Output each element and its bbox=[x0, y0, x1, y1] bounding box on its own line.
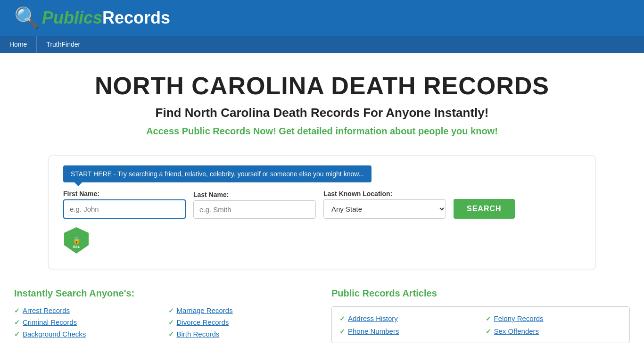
location-group: Last Known Location: Any State Alabama A… bbox=[323, 190, 446, 219]
first-name-label: First Name: bbox=[63, 190, 186, 197]
last-name-label: Last Name: bbox=[193, 191, 316, 198]
flag-magnifier-icon: 🔍 bbox=[14, 6, 40, 30]
checkmark-icon: ✓ bbox=[168, 330, 174, 338]
nav: Home TruthFinder bbox=[0, 36, 644, 53]
search-box: START HERE - Try searching a friend, rel… bbox=[49, 156, 595, 269]
checkmark-icon: ✓ bbox=[14, 319, 20, 326]
articles-grid: ✓ Address History ✓ Felony Records ✓ Pho… bbox=[339, 314, 622, 335]
page-tagline: Access Public Records Now! Get detailed … bbox=[9, 126, 635, 137]
divorce-records-link[interactable]: Divorce Records bbox=[177, 318, 229, 326]
checkmark-icon: ✓ bbox=[339, 315, 345, 322]
logo-publics: Publics bbox=[42, 8, 102, 27]
list-item: ✓ Marriage Records bbox=[168, 306, 313, 314]
nav-truthfinder[interactable]: TruthFinder bbox=[37, 36, 90, 53]
list-item: ✓ Criminal Records bbox=[14, 318, 159, 326]
sex-offenders-link[interactable]: Sex Offenders bbox=[494, 327, 539, 335]
nav-home[interactable]: Home bbox=[0, 36, 36, 53]
page-subtitle: Find North Carolina Death Records For An… bbox=[9, 106, 635, 120]
articles-box: ✓ Address History ✓ Felony Records ✓ Pho… bbox=[331, 306, 630, 343]
checkmark-icon: ✓ bbox=[168, 319, 174, 326]
articles-section: Public Records Articles ✓ Address Histor… bbox=[331, 288, 630, 343]
logo-records: Records bbox=[102, 8, 170, 27]
list-item: ✓ Address History bbox=[339, 314, 476, 322]
checkmark-icon: ✓ bbox=[168, 307, 174, 314]
logo-text: PublicsRecords bbox=[42, 8, 170, 28]
first-name-input[interactable] bbox=[63, 199, 186, 219]
instantly-search-links: ✓ Arrest Records ✓ Marriage Records ✓ Cr… bbox=[14, 306, 313, 338]
search-button[interactable]: SEARCH bbox=[454, 199, 515, 219]
svg-text:🔒: 🔒 bbox=[73, 236, 81, 244]
last-name-group: Last Name: bbox=[193, 191, 316, 219]
hero-section: NORTH CAROLINA DEATH RECORDS Find North … bbox=[0, 53, 644, 156]
search-fields: First Name: Last Name: Last Known Locati… bbox=[63, 190, 581, 219]
marriage-records-link[interactable]: Marriage Records bbox=[177, 306, 233, 314]
search-tooltip: START HERE - Try searching a friend, rel… bbox=[63, 165, 372, 182]
birth-records-link[interactable]: Birth Records bbox=[177, 330, 220, 338]
list-item: ✓ Background Checks bbox=[14, 330, 159, 338]
felony-records-link[interactable]: Felony Records bbox=[494, 314, 544, 322]
list-item: ✓ Phone Numbers bbox=[339, 327, 476, 335]
list-item: ✓ Sex Offenders bbox=[486, 327, 622, 335]
articles-title: Public Records Articles bbox=[331, 288, 630, 299]
svg-text:SSL: SSL bbox=[73, 245, 80, 249]
list-item: ✓ Felony Records bbox=[486, 314, 622, 322]
ssl-shield-icon: 🔒 SSL bbox=[63, 226, 90, 255]
background-checks-link[interactable]: Background Checks bbox=[23, 330, 86, 338]
page-title: NORTH CAROLINA DEATH RECORDS bbox=[9, 72, 635, 100]
list-item: ✓ Divorce Records bbox=[168, 318, 313, 326]
checkmark-icon: ✓ bbox=[14, 307, 20, 314]
address-history-link[interactable]: Address History bbox=[348, 314, 398, 322]
instantly-search-section: Instantly Search Anyone's: ✓ Arrest Reco… bbox=[14, 288, 313, 343]
list-item: ✓ Birth Records bbox=[168, 330, 313, 338]
checkmark-icon: ✓ bbox=[14, 330, 20, 338]
criminal-records-link[interactable]: Criminal Records bbox=[23, 318, 77, 326]
phone-numbers-link[interactable]: Phone Numbers bbox=[348, 327, 399, 335]
location-label: Last Known Location: bbox=[323, 190, 446, 197]
checkmark-icon: ✓ bbox=[486, 315, 491, 322]
ssl-badge: 🔒 SSL bbox=[63, 226, 581, 255]
instantly-search-title: Instantly Search Anyone's: bbox=[14, 288, 313, 299]
bottom-section: Instantly Search Anyone's: ✓ Arrest Reco… bbox=[0, 283, 644, 348]
first-name-group: First Name: bbox=[63, 190, 186, 219]
checkmark-icon: ✓ bbox=[486, 328, 491, 335]
list-item: ✓ Arrest Records bbox=[14, 306, 159, 314]
last-name-input[interactable] bbox=[193, 200, 316, 219]
state-select[interactable]: Any State Alabama Alaska Arizona Arkansa… bbox=[323, 199, 446, 219]
header: 🔍 PublicsRecords bbox=[0, 0, 644, 36]
arrest-records-link[interactable]: Arrest Records bbox=[23, 306, 70, 314]
logo[interactable]: 🔍 PublicsRecords bbox=[14, 6, 170, 30]
checkmark-icon: ✓ bbox=[339, 328, 345, 335]
